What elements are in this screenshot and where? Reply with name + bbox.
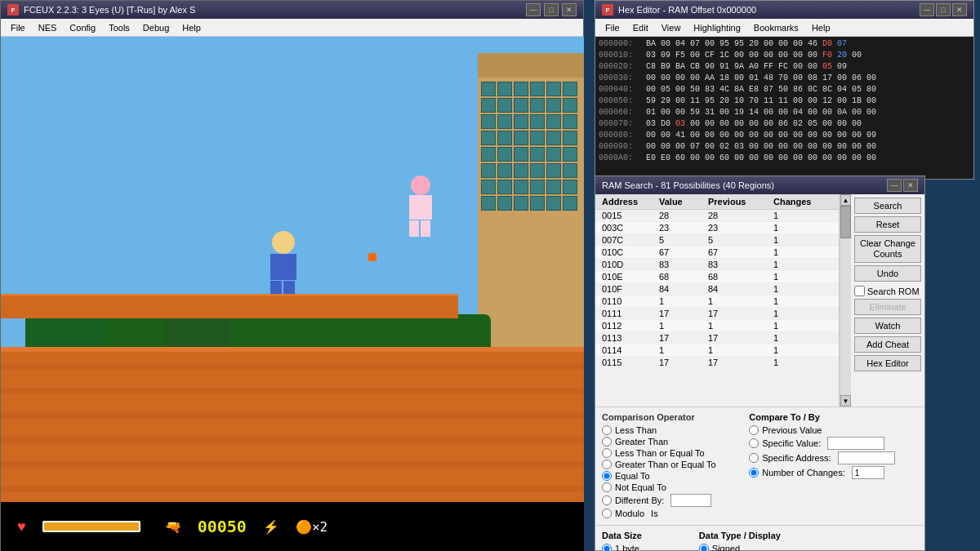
hex-maximize-btn[interactable]: □: [936, 3, 951, 16]
building: [478, 53, 584, 380]
hex-row: 000020: C8 B9 BA CB 90 91 9A A0 FF FC 00…: [599, 61, 970, 73]
fceux-menu-help[interactable]: Help: [176, 19, 207, 36]
table-row[interactable]: 011317171: [595, 332, 839, 344]
ram-options: Comparison Operator Less Than Greater Th…: [595, 407, 924, 525]
radio-specific-value: Specific Value:: [749, 437, 918, 450]
search-button[interactable]: Search: [854, 198, 921, 214]
fceux-maximize-btn[interactable]: □: [544, 3, 559, 16]
radio-greater-equal: Greater Than or Equal To: [602, 460, 742, 469]
projectile: [368, 253, 376, 261]
table-row[interactable]: 010F84841: [595, 283, 839, 295]
fceux-menu-file[interactable]: File: [4, 19, 32, 36]
ram-main: Address Value Previous Changes 001528281…: [595, 194, 924, 407]
enemy-character: [409, 176, 432, 237]
hex-title: Hex Editor - RAM Offset 0x000000: [618, 5, 920, 15]
hex-editor-window: F Hex Editor - RAM Offset 0x000000 — □ ✕…: [595, 0, 974, 180]
radio-1byte: 1 byte: [602, 544, 686, 551]
radio-less-than: Less Than: [602, 425, 742, 435]
hex-close-btn[interactable]: ✕: [952, 3, 967, 16]
hex-minimize-btn[interactable]: —: [920, 3, 934, 16]
heart-icon: ♥: [17, 518, 26, 535]
ram-titlebar: RAM Search - 81 Possibilities (40 Region…: [595, 176, 924, 194]
data-size-col: Data Size 1 byte 2 bytes 4 bytes Check M…: [602, 531, 686, 551]
radio-signed: Signed: [699, 544, 781, 551]
radio-different-by: Different By:: [602, 494, 742, 507]
eliminate-button[interactable]: Eliminate: [854, 299, 921, 315]
hex-menu-help[interactable]: Help: [805, 19, 837, 36]
fceux-minimize-btn[interactable]: —: [526, 3, 541, 16]
radio-num-changes: Number of Changes:: [749, 466, 918, 479]
search-rom-label: Search ROM: [867, 287, 920, 296]
fceux-close-btn[interactable]: ✕: [562, 3, 577, 16]
table-row[interactable]: 003C23231: [595, 222, 839, 234]
ammo-icon: 🔫: [165, 519, 181, 535]
hex-row: 000070: 03 D0 03 00 00 00 00 00 00 06 02…: [599, 118, 970, 130]
table-row[interactable]: 007C551: [595, 234, 839, 247]
undo-button[interactable]: Undo: [854, 265, 921, 282]
clear-change-button[interactable]: Clear ChangeCounts: [854, 235, 921, 263]
radio-not-equal: Not Equal To: [602, 482, 742, 492]
hex-menu-view[interactable]: View: [655, 19, 688, 36]
hex-menu-edit[interactable]: Edit: [626, 19, 655, 36]
different-by-input[interactable]: [670, 494, 711, 507]
fceux-menu-tools[interactable]: Tools: [102, 19, 136, 36]
hex-menu-highlighting[interactable]: Highlighting: [687, 19, 746, 36]
hex-menu-bookmarks[interactable]: Bookmarks: [747, 19, 805, 36]
hex-menubar: File Edit View Highlighting Bookmarks He…: [595, 19, 973, 37]
hex-menu-file[interactable]: File: [599, 19, 626, 36]
lives-display: 🟠×2: [296, 519, 327, 535]
hex-content: 000000: BA 00 04 07 00 95 95 20 00 00 00…: [595, 37, 973, 179]
search-rom-row: Search ROM: [854, 286, 921, 296]
watch-button[interactable]: Watch: [854, 318, 921, 334]
hex-row: 000080: 00 00 41 00 00 00 00 00 00 00 00…: [599, 130, 970, 141]
ram-scrollbar[interactable]: ▲ ▼: [840, 194, 851, 407]
fceux-menu-nes[interactable]: NES: [32, 19, 64, 36]
hex-row: 000050: 59 29 00 11 95 20 10 70 11 11 00…: [599, 96, 970, 107]
game-background: ♥ 🔫 00050 ⚡ 🟠×2: [1, 37, 584, 551]
ram-minimize-btn[interactable]: —: [887, 179, 902, 192]
scroll-track[interactable]: [840, 206, 851, 395]
radio-modulo: Modulo Is: [602, 509, 742, 518]
col-address: Address: [599, 196, 656, 207]
hex-titlebar: F Hex Editor - RAM Offset 0x000000 — □ ✕: [595, 1, 973, 19]
ram-title: RAM Search - 81 Possibilities (40 Region…: [602, 180, 887, 190]
hud: ♥ 🔫 00050 ⚡ 🟠×2: [1, 502, 584, 551]
table-row[interactable]: 0110111: [595, 295, 839, 308]
table-row[interactable]: 010E68681: [595, 271, 839, 283]
table-row[interactable]: 0114111: [595, 344, 839, 357]
hex-win-buttons: — □ ✕: [920, 3, 967, 16]
scroll-thumb[interactable]: [840, 206, 851, 238]
platform-mid: [1, 294, 458, 318]
table-row[interactable]: 0112111: [595, 320, 839, 332]
data-type-title: Data Type / Display: [699, 531, 781, 540]
hex-editor-button[interactable]: Hex Editor: [854, 355, 921, 371]
compare-to-col: Compare To / By Previous Value Specific …: [749, 412, 918, 520]
ram-win-buttons: — ✕: [887, 179, 918, 192]
ram-table-body[interactable]: 001528281003C23231007C551010C67671010D83…: [595, 210, 839, 398]
search-rom-checkbox[interactable]: [854, 286, 865, 296]
scroll-up-arrow[interactable]: ▲: [840, 194, 851, 206]
table-row[interactable]: 001528281: [595, 210, 839, 222]
reset-button[interactable]: Reset: [854, 216, 921, 233]
comparison-title: Comparison Operator: [602, 412, 742, 422]
table-row[interactable]: 010C67671: [595, 247, 839, 259]
fceux-window: F FCEUX 2.2.3: 3 Eyes (U) [T-Rus] by Ale…: [0, 0, 584, 551]
table-row[interactable]: 011117171: [595, 308, 839, 320]
table-row[interactable]: 010D83831: [595, 259, 839, 271]
hex-row: 000060: 01 00 00 59 31 00 19 14 00 00 04…: [599, 107, 970, 118]
table-row[interactable]: 011517171: [595, 357, 839, 369]
num-changes-input[interactable]: [852, 466, 884, 479]
game-canvas: ♥ 🔫 00050 ⚡ 🟠×2: [1, 37, 584, 551]
fceux-menu-config[interactable]: Config: [63, 19, 102, 36]
fceux-win-buttons: — □ ✕: [526, 3, 577, 16]
add-cheat-button[interactable]: Add Cheat: [854, 336, 921, 353]
fceux-menu-debug[interactable]: Debug: [136, 19, 176, 36]
ram-close-btn[interactable]: ✕: [903, 179, 918, 192]
specific-address-input[interactable]: [838, 451, 895, 464]
hex-row: 000000: BA 00 04 07 00 95 95 20 00 00 00…: [599, 38, 970, 50]
scroll-down-arrow[interactable]: ▼: [840, 395, 851, 407]
specific-value-input[interactable]: [827, 437, 884, 450]
fceux-title: FCEUX 2.2.3: 3 Eyes (U) [T-Rus] by Alex …: [24, 5, 526, 15]
hex-row: 000030: 00 00 00 00 AA 18 00 01 48 70 00…: [599, 73, 970, 84]
compare-to-title: Compare To / By: [749, 412, 918, 422]
